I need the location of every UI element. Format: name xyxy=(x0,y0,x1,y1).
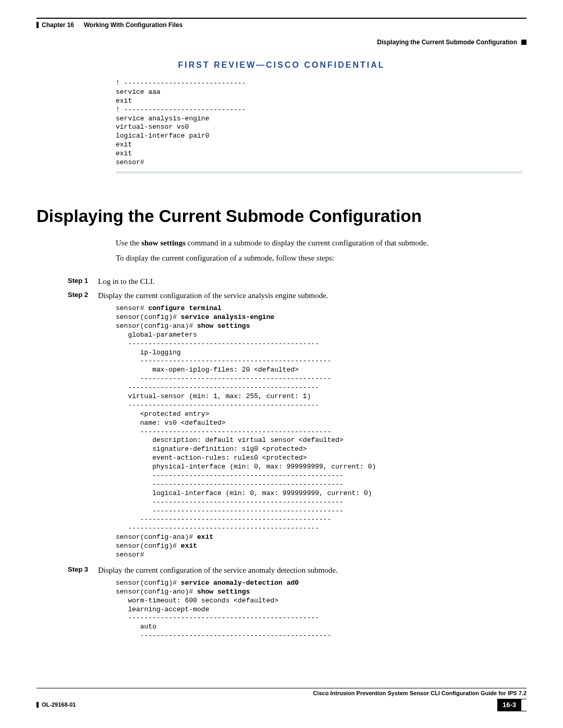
intro-paragraph-1: Use the show settings command in a submo… xyxy=(116,238,506,249)
step-label: Step 2 xyxy=(68,290,91,301)
step3-code: sensor(config)# service anomaly-detectio… xyxy=(116,579,527,640)
intro-paragraph-2: To display the current configuration of … xyxy=(116,253,506,264)
section-heading: Displaying the Current Submode Configura… xyxy=(36,204,527,228)
page-number: 16-3 xyxy=(497,699,521,711)
footer-guide-title: Cisco Intrusion Prevention System Sensor… xyxy=(313,689,527,697)
review-banner: FIRST REVIEW—CISCO CONFIDENTIAL xyxy=(36,59,527,71)
step-row: Step 1 Log in to the CLI. xyxy=(68,276,527,287)
header-rule xyxy=(36,18,527,19)
page-footer: Cisco Intrusion Prevention System Sensor… xyxy=(36,688,527,711)
header-right-marker xyxy=(521,40,527,45)
footer-left-marker xyxy=(36,702,39,708)
step-row: Step 2 Display the current configuration… xyxy=(68,290,527,301)
step-text: Log in to the CLI. xyxy=(98,276,155,287)
chapter-number: Chapter 16 xyxy=(42,21,74,30)
code-end-divider xyxy=(116,171,522,173)
top-code-block: ! ------------------------------ service… xyxy=(116,79,527,167)
header-topic: Displaying the Current Submode Configura… xyxy=(377,38,517,47)
step-label: Step 3 xyxy=(68,565,91,576)
page-number-tail xyxy=(521,699,527,711)
step-label: Step 1 xyxy=(68,276,91,287)
step-row: Step 3 Display the current configuration… xyxy=(68,565,527,576)
chapter-title: Working With Configuration Files xyxy=(84,21,183,30)
doc-number: OL-29168-01 xyxy=(42,701,76,709)
step-text: Display the current configuration of the… xyxy=(98,565,338,576)
step2-code: sensor# configure terminal sensor(config… xyxy=(116,304,527,560)
header-left-marker xyxy=(36,22,39,28)
step-text: Display the current configuration of the… xyxy=(98,290,328,301)
